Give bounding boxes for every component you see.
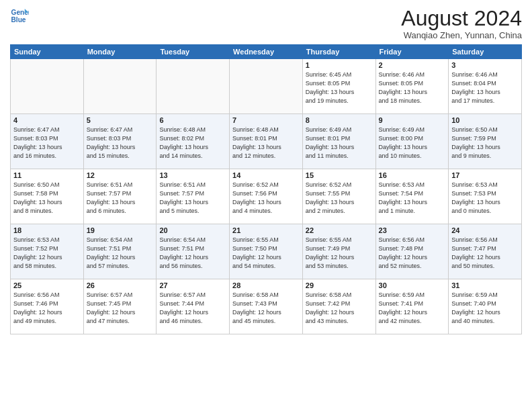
table-row: 24Sunrise: 6:56 AM Sunset: 7:47 PM Dayli… bbox=[449, 224, 522, 279]
day-info: Sunrise: 6:52 AM Sunset: 7:56 PM Dayligh… bbox=[232, 181, 300, 216]
logo: General Blue bbox=[10, 7, 29, 26]
day-info: Sunrise: 6:56 AM Sunset: 7:48 PM Dayligh… bbox=[379, 236, 446, 271]
day-info: Sunrise: 6:55 AM Sunset: 7:50 PM Dayligh… bbox=[232, 236, 300, 271]
table-row bbox=[11, 59, 84, 114]
day-number: 22 bbox=[306, 226, 373, 234]
day-number: 27 bbox=[159, 281, 226, 289]
table-row bbox=[83, 59, 157, 114]
table-row: 21Sunrise: 6:55 AM Sunset: 7:50 PM Dayli… bbox=[230, 224, 303, 279]
table-row: 31Sunrise: 6:59 AM Sunset: 7:40 PM Dayli… bbox=[449, 279, 522, 334]
weekday-friday: Friday bbox=[375, 45, 449, 59]
table-row: 29Sunrise: 6:58 AM Sunset: 7:42 PM Dayli… bbox=[302, 279, 375, 334]
table-row: 20Sunrise: 6:54 AM Sunset: 7:51 PM Dayli… bbox=[157, 224, 230, 279]
day-info: Sunrise: 6:45 AM Sunset: 8:05 PM Dayligh… bbox=[306, 71, 373, 105]
calendar-week-5: 25Sunrise: 6:56 AM Sunset: 7:46 PM Dayli… bbox=[11, 279, 522, 334]
table-row: 9Sunrise: 6:49 AM Sunset: 8:00 PM Daylig… bbox=[375, 114, 449, 169]
day-info: Sunrise: 6:47 AM Sunset: 8:03 PM Dayligh… bbox=[13, 126, 81, 161]
table-row: 25Sunrise: 6:56 AM Sunset: 7:46 PM Dayli… bbox=[11, 279, 84, 334]
table-row: 30Sunrise: 6:59 AM Sunset: 7:41 PM Dayli… bbox=[375, 279, 449, 334]
day-info: Sunrise: 6:59 AM Sunset: 7:41 PM Dayligh… bbox=[379, 291, 446, 326]
table-row: 19Sunrise: 6:54 AM Sunset: 7:51 PM Dayli… bbox=[83, 224, 157, 279]
day-number: 13 bbox=[159, 171, 226, 179]
table-row: 12Sunrise: 6:51 AM Sunset: 7:57 PM Dayli… bbox=[83, 169, 157, 224]
day-info: Sunrise: 6:51 AM Sunset: 7:57 PM Dayligh… bbox=[159, 181, 226, 216]
day-number: 20 bbox=[159, 226, 226, 234]
day-info: Sunrise: 6:52 AM Sunset: 7:55 PM Dayligh… bbox=[306, 181, 373, 216]
table-row: 17Sunrise: 6:53 AM Sunset: 7:53 PM Dayli… bbox=[449, 169, 522, 224]
table-row: 3Sunrise: 6:46 AM Sunset: 8:04 PM Daylig… bbox=[449, 59, 522, 114]
day-info: Sunrise: 6:51 AM Sunset: 7:57 PM Dayligh… bbox=[87, 181, 154, 216]
day-info: Sunrise: 6:59 AM Sunset: 7:40 PM Dayligh… bbox=[451, 291, 519, 326]
table-row: 5Sunrise: 6:47 AM Sunset: 8:03 PM Daylig… bbox=[83, 114, 157, 169]
day-info: Sunrise: 6:57 AM Sunset: 7:45 PM Dayligh… bbox=[87, 291, 154, 326]
day-number: 26 bbox=[87, 281, 154, 289]
day-number: 4 bbox=[13, 116, 81, 124]
day-number: 28 bbox=[232, 281, 300, 289]
table-row: 22Sunrise: 6:55 AM Sunset: 7:49 PM Dayli… bbox=[302, 224, 375, 279]
calendar-week-4: 18Sunrise: 6:53 AM Sunset: 7:52 PM Dayli… bbox=[11, 224, 522, 279]
weekday-sunday: Sunday bbox=[11, 45, 84, 59]
weekday-monday: Monday bbox=[83, 45, 157, 59]
day-info: Sunrise: 6:49 AM Sunset: 8:01 PM Dayligh… bbox=[306, 126, 373, 161]
table-row: 1Sunrise: 6:45 AM Sunset: 8:05 PM Daylig… bbox=[302, 59, 375, 114]
header: General Blue August 2024 Wanqiao Zhen, Y… bbox=[10, 7, 522, 40]
day-number: 9 bbox=[379, 116, 446, 124]
day-info: Sunrise: 6:48 AM Sunset: 8:01 PM Dayligh… bbox=[232, 126, 300, 161]
day-number: 21 bbox=[232, 226, 300, 234]
day-number: 2 bbox=[379, 61, 446, 69]
page: General Blue August 2024 Wanqiao Zhen, Y… bbox=[0, 0, 532, 411]
day-info: Sunrise: 6:57 AM Sunset: 7:44 PM Dayligh… bbox=[159, 291, 226, 326]
title-block: August 2024 Wanqiao Zhen, Yunnan, China bbox=[401, 7, 522, 40]
day-info: Sunrise: 6:56 AM Sunset: 7:47 PM Dayligh… bbox=[451, 236, 519, 271]
day-info: Sunrise: 6:56 AM Sunset: 7:46 PM Dayligh… bbox=[13, 291, 81, 326]
day-number: 17 bbox=[451, 171, 519, 179]
table-row: 23Sunrise: 6:56 AM Sunset: 7:48 PM Dayli… bbox=[375, 224, 449, 279]
day-info: Sunrise: 6:46 AM Sunset: 8:05 PM Dayligh… bbox=[379, 71, 446, 105]
day-number: 5 bbox=[87, 116, 154, 124]
location: Wanqiao Zhen, Yunnan, China bbox=[401, 30, 522, 40]
day-number: 6 bbox=[159, 116, 226, 124]
month-title: August 2024 bbox=[401, 7, 522, 30]
table-row: 7Sunrise: 6:48 AM Sunset: 8:01 PM Daylig… bbox=[230, 114, 303, 169]
day-info: Sunrise: 6:47 AM Sunset: 8:03 PM Dayligh… bbox=[87, 126, 154, 161]
day-info: Sunrise: 6:55 AM Sunset: 7:49 PM Dayligh… bbox=[306, 236, 373, 271]
weekday-wednesday: Wednesday bbox=[230, 45, 303, 59]
day-number: 24 bbox=[451, 226, 519, 234]
day-number: 19 bbox=[87, 226, 154, 234]
day-info: Sunrise: 6:53 AM Sunset: 7:52 PM Dayligh… bbox=[13, 236, 81, 271]
table-row: 26Sunrise: 6:57 AM Sunset: 7:45 PM Dayli… bbox=[83, 279, 157, 334]
table-row: 16Sunrise: 6:53 AM Sunset: 7:54 PM Dayli… bbox=[375, 169, 449, 224]
day-info: Sunrise: 6:46 AM Sunset: 8:04 PM Dayligh… bbox=[451, 71, 519, 105]
day-info: Sunrise: 6:54 AM Sunset: 7:51 PM Dayligh… bbox=[159, 236, 226, 271]
day-number: 16 bbox=[379, 171, 446, 179]
logo-icon: General Blue bbox=[10, 7, 29, 26]
weekday-header-row: SundayMondayTuesdayWednesdayThursdayFrid… bbox=[11, 45, 522, 59]
table-row: 4Sunrise: 6:47 AM Sunset: 8:03 PM Daylig… bbox=[11, 114, 84, 169]
day-number: 11 bbox=[13, 171, 81, 179]
day-number: 29 bbox=[306, 281, 373, 289]
table-row: 14Sunrise: 6:52 AM Sunset: 7:56 PM Dayli… bbox=[230, 169, 303, 224]
day-info: Sunrise: 6:50 AM Sunset: 7:58 PM Dayligh… bbox=[13, 181, 81, 216]
table-row: 15Sunrise: 6:52 AM Sunset: 7:55 PM Dayli… bbox=[302, 169, 375, 224]
calendar-week-3: 11Sunrise: 6:50 AM Sunset: 7:58 PM Dayli… bbox=[11, 169, 522, 224]
day-info: Sunrise: 6:49 AM Sunset: 8:00 PM Dayligh… bbox=[379, 126, 446, 161]
day-number: 14 bbox=[232, 171, 300, 179]
calendar-week-2: 4Sunrise: 6:47 AM Sunset: 8:03 PM Daylig… bbox=[11, 114, 522, 169]
day-info: Sunrise: 6:50 AM Sunset: 7:59 PM Dayligh… bbox=[451, 126, 519, 161]
day-number: 1 bbox=[306, 61, 373, 69]
day-number: 15 bbox=[306, 171, 373, 179]
table-row: 10Sunrise: 6:50 AM Sunset: 7:59 PM Dayli… bbox=[449, 114, 522, 169]
day-number: 7 bbox=[232, 116, 300, 124]
table-row: 28Sunrise: 6:58 AM Sunset: 7:43 PM Dayli… bbox=[230, 279, 303, 334]
weekday-thursday: Thursday bbox=[302, 45, 375, 59]
table-row: 13Sunrise: 6:51 AM Sunset: 7:57 PM Dayli… bbox=[157, 169, 230, 224]
weekday-tuesday: Tuesday bbox=[157, 45, 230, 59]
svg-text:Blue: Blue bbox=[11, 16, 26, 24]
day-info: Sunrise: 6:48 AM Sunset: 8:02 PM Dayligh… bbox=[159, 126, 226, 161]
day-info: Sunrise: 6:54 AM Sunset: 7:51 PM Dayligh… bbox=[87, 236, 154, 271]
table-row: 18Sunrise: 6:53 AM Sunset: 7:52 PM Dayli… bbox=[11, 224, 84, 279]
table-row: 6Sunrise: 6:48 AM Sunset: 8:02 PM Daylig… bbox=[157, 114, 230, 169]
calendar: SundayMondayTuesdayWednesdayThursdayFrid… bbox=[10, 44, 522, 334]
table-row: 27Sunrise: 6:57 AM Sunset: 7:44 PM Dayli… bbox=[157, 279, 230, 334]
table-row bbox=[230, 59, 303, 114]
